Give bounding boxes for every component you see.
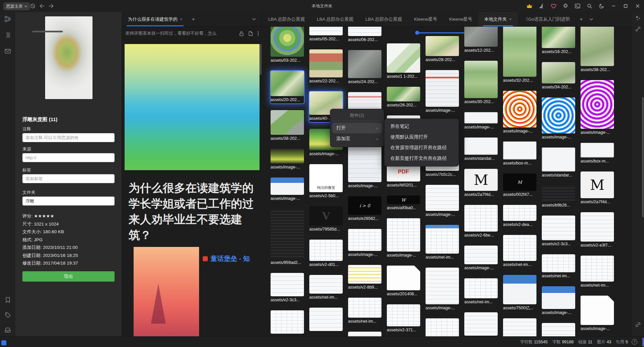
note-illustration-image[interactable] (134, 247, 199, 336)
tab-LBA 总部办公景观[interactable]: LBA 总部办公景观 (359, 12, 408, 26)
tab-《Go语言从入门到进阶[interactable]: 《Go语言从入门到进阶 (518, 12, 577, 26)
tab-Kleene星号[interactable]: Kleene星号 (443, 12, 478, 26)
slider-thumb[interactable] (415, 31, 419, 35)
search-icon[interactable] (585, 2, 594, 10)
context-menu-item-添加至[interactable]: 添加至› (332, 133, 382, 144)
asset-item[interactable]: assets/03-202... (271, 27, 304, 64)
add-tab-icon[interactable]: + (576, 16, 586, 23)
asset-item[interactable]: assets/30-202... (464, 61, 498, 105)
asset-item[interactable]: assets/v2-6be... (464, 205, 498, 239)
close-icon[interactable] (633, 2, 642, 10)
tab-LBA 总部办公景观[interactable]: LBA 总部办公景观 (311, 12, 360, 26)
inbox-icon[interactable] (4, 326, 11, 334)
submenu-item-在资源管理器打开所在路径[interactable]: 在资源管理器打开所在路径 (386, 142, 457, 153)
asset-item[interactable]: assets/34-202... (542, 62, 575, 91)
unlock-icon[interactable] (239, 31, 244, 36)
network-icon[interactable] (634, 25, 642, 33)
extension-icon[interactable] (561, 2, 570, 10)
asset-item[interactable]: Massets/2a7f4d... (464, 169, 498, 198)
asset-item[interactable]: assets/net-im... (503, 235, 536, 268)
asset-item[interactable]: assets/image-... (542, 286, 575, 316)
asset-item[interactable]: assets/image-... (348, 229, 381, 258)
tab-close-icon[interactable]: × (180, 17, 183, 22)
swan-icon[interactable] (537, 2, 546, 10)
note-scrollbar[interactable] (260, 44, 262, 75)
asset-item[interactable]: assets/v2-8b9... (348, 265, 381, 291)
outline-icon[interactable] (4, 31, 11, 39)
heart-icon[interactable] (549, 2, 558, 10)
help-icon[interactable]: ? (632, 339, 637, 345)
asset-item[interactable]: assets/v2-d01... (309, 240, 343, 268)
field-input-注释[interactable] (22, 133, 115, 142)
asset-item[interactable]: assets/image-... (581, 80, 614, 136)
asset-item[interactable]: assets/net-im... (348, 298, 381, 325)
crown-icon[interactable] (525, 2, 534, 10)
asset-item[interactable]: i > 0assets/e26562... (348, 196, 381, 222)
moon-icon[interactable] (597, 2, 606, 10)
tab-LBA 总部办公景观[interactable]: LBA 总部办公景观 (262, 12, 311, 26)
more-vertical-icon[interactable] (258, 31, 259, 36)
grid-scrollbar[interactable] (642, 97, 644, 217)
asset-item[interactable]: assets/36-202... (581, 27, 614, 73)
status-indicator[interactable] (1, 340, 6, 345)
tab-list-chevron-icon[interactable] (249, 18, 259, 20)
submenu-item-在新页签打开文件所在路径[interactable]: 在新页签打开文件所在路径 (386, 153, 457, 164)
submenu-item-所在笔记[interactable]: 所在笔记 (386, 121, 457, 132)
file-icon[interactable] (249, 31, 253, 36)
asset-item[interactable] (348, 332, 381, 336)
asset-item[interactable]: assets/v2-e3f7... (581, 212, 614, 249)
asset-item[interactable]: assets/24-202... (348, 50, 381, 85)
asset-item[interactable]: assets/standar... (464, 137, 498, 162)
asset-item[interactable]: assets/32-202... (503, 27, 536, 84)
asset-item[interactable]: assets/image-... (581, 296, 614, 332)
maximize-icon[interactable] (621, 2, 630, 10)
tabstrip-scrollbar[interactable] (32, 31, 63, 32)
asset-item[interactable]: assets/box-m... (503, 141, 536, 167)
asset-item[interactable]: Massets/2a7f4d... (581, 171, 614, 206)
submenu-item-使用默认应用打开[interactable]: 使用默认应用打开 (386, 132, 457, 142)
asset-item[interactable]: assets/v2-3c3... (542, 216, 575, 248)
workflow-icon[interactable] (4, 15, 11, 23)
export-button[interactable]: 导出 (22, 271, 115, 282)
asset-item[interactable]: assets/image-... (426, 185, 459, 218)
tab-note[interactable]: 为什么很多在读建筑学的 × (122, 12, 188, 26)
asset-item[interactable]: assets/image-... (426, 268, 459, 312)
asset-item[interactable]: Wassets/af0ba0... (387, 196, 420, 212)
asset-item[interactable] (309, 308, 343, 331)
add-tab-icon[interactable]: + (188, 16, 198, 23)
back-icon[interactable] (39, 3, 45, 9)
tab-本地文件夹[interactable]: 本地文件夹× (478, 12, 518, 26)
asset-item[interactable]: assets/7500亿... (503, 275, 536, 312)
context-menu-item-打开[interactable]: 打开› (332, 123, 382, 133)
asset-item[interactable]: assets/image-... (464, 112, 498, 131)
asset-item[interactable] (271, 310, 304, 334)
asset-item[interactable]: assets/v2-3c3... (271, 273, 304, 304)
asset-item[interactable]: assets/26-202... (387, 87, 420, 109)
tab-close-icon[interactable]: × (509, 17, 512, 22)
asset-item[interactable]: assets/image-... (271, 178, 304, 202)
asset-item[interactable]: assets/1 1-202... (387, 43, 420, 80)
asset-item[interactable]: assets/net-im... (426, 225, 459, 261)
graph-view-icon[interactable] (634, 15, 642, 22)
breadcrumb[interactable]: 老师评图基本就一扫而过，看看好不好看，怎么 (125, 30, 216, 36)
asset-item[interactable]: assets/b9b26... (542, 186, 575, 209)
bookmark-icon[interactable] (4, 296, 11, 304)
backlink-icon[interactable] (634, 321, 642, 328)
asset-preview-image[interactable] (45, 16, 93, 99)
field-input-来源[interactable] (22, 153, 115, 162)
asset-item[interactable]: assets/net-im... (464, 278, 498, 306)
asset-item[interactable]: assets/image-... (503, 91, 536, 135)
asset-item[interactable]: assets/image-... (387, 218, 420, 259)
asset-item[interactable]: Vassets/79585d... (309, 206, 343, 233)
asset-item[interactable]: assets/28-202... (426, 36, 459, 63)
asset-item[interactable]: assets/box-m... (581, 143, 614, 165)
terminal-icon[interactable] (573, 2, 582, 10)
asset-item[interactable] (426, 318, 459, 336)
asset-item[interactable]: assets/net-im... (581, 256, 614, 289)
asset-item[interactable] (464, 312, 498, 336)
asset-item[interactable]: assets/201408... (387, 266, 420, 298)
asset-item[interactable]: assets/net-im... (542, 254, 575, 280)
asset-item[interactable]: assets/image-... (271, 149, 304, 171)
minimize-icon[interactable] (609, 2, 618, 10)
mail-icon[interactable] (4, 47, 11, 55)
